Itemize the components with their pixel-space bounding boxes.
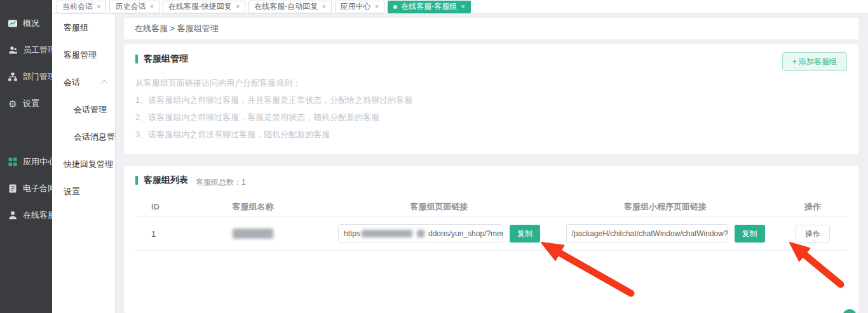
app-window: 概况 员工管理 部门管理 ⚙ 设置 应用中心	[0, 0, 868, 313]
tab-service-group[interactable]: 在线客服-客服组 ×	[388, 1, 470, 13]
tab-label: 在线客服-快捷回复	[168, 1, 232, 12]
rule-line: 3、该客服组内之前没有聊过客服，随机分配新的客服	[135, 126, 847, 143]
tab-label: 历史会话	[115, 1, 146, 12]
tab-current-session[interactable]: 当前会话 ×	[57, 1, 106, 13]
column-header-page-link: 客服组页面链接	[326, 201, 552, 213]
apps-grid-icon	[8, 157, 18, 167]
employee-icon	[8, 45, 18, 55]
sidebar-item-overview[interactable]: 概况	[0, 10, 52, 37]
section-title-row: 客服组列表	[135, 175, 188, 186]
sidebar-spacer	[0, 117, 52, 149]
submenu-item-session[interactable]: 会话	[52, 69, 115, 96]
redacted-group-name	[233, 229, 273, 239]
column-header-action: 操作	[778, 201, 847, 213]
org-tree-icon	[8, 72, 18, 82]
tab-label: 应用中心	[341, 1, 371, 12]
submenu-item-settings[interactable]: 设置	[52, 178, 115, 205]
sidebar-item-label: 在线客服	[23, 210, 56, 221]
section-marker-bar	[135, 176, 138, 185]
close-icon[interactable]: ×	[97, 3, 100, 10]
submenu-item-session-manage[interactable]: 会话管理	[52, 96, 115, 123]
cell-mini-link: /packageH/chitchat/chatWindow/chatWindow…	[552, 224, 778, 243]
column-header-id: ID	[135, 202, 180, 211]
rules-title: 从客服组页面链接访问的用户分配客服规则：	[135, 74, 847, 91]
submenu-item-service-manage[interactable]: 客服管理	[52, 41, 115, 69]
group-total-count: 客服组总数：1	[196, 177, 246, 188]
content-row: 客服组 客服管理 会话 会话管理 会话消息管理 快捷回复管理	[52, 14, 868, 313]
tab-bar: 当前会话 × 历史会话 × 在线客服-快捷回复 × 在线客服-自动回复 × 应用…	[52, 0, 868, 14]
tab-label: 当前会话	[62, 1, 93, 12]
sidebar-item-e-contract[interactable]: 电子合同	[0, 175, 52, 202]
sidebar-item-label: 部门管理	[23, 71, 56, 83]
sidebar-item-online-service[interactable]: 在线客服	[0, 202, 52, 229]
right-column: 当前会话 × 历史会话 × 在线客服-快捷回复 × 在线客服-自动回复 × 应用…	[52, 0, 868, 313]
section-title: 客服组列表	[144, 175, 188, 186]
section-title-row: 客服组管理	[135, 53, 847, 65]
close-icon[interactable]: ×	[322, 3, 325, 10]
row-action-button[interactable]: 操作	[796, 225, 830, 243]
section-marker-bar	[135, 55, 138, 63]
submenu-item-session-message-manage[interactable]: 会话消息管理	[52, 123, 115, 150]
submenu-item-service-group[interactable]: 客服组	[52, 14, 115, 41]
sidebar-item-label: 概况	[23, 18, 39, 29]
cell-page-link: https ddons/yun_shop/?menu 复制	[326, 224, 552, 243]
submenu-item-quick-reply-manage[interactable]: 快捷回复管理	[52, 150, 115, 178]
contract-document-icon	[8, 183, 18, 194]
active-dot-icon	[393, 5, 397, 9]
column-header-mini-link: 客服组小程序页面链接	[552, 201, 778, 213]
service-group-table: ID 客服组名称 客服组页面链接 客服组小程序页面链接 操作 1	[135, 197, 847, 251]
submenu-label: 会话	[64, 77, 80, 88]
redacted-domain	[362, 230, 412, 237]
service-group-manage-card: 客服组管理 + 添加客服组 从客服组页面链接访问的用户分配客服规则： 1、该客服…	[124, 44, 858, 154]
close-icon[interactable]: ×	[461, 3, 465, 10]
dashboard-chart-icon	[8, 18, 18, 29]
sidebar-item-employees[interactable]: 员工管理	[0, 37, 52, 63]
section-title: 客服组管理	[144, 53, 188, 65]
sidebar-item-label: 设置	[23, 98, 39, 109]
main-content: 在线客服 > 客服组管理 客服组管理 + 添加客服组 从客服组页面链接访问的用户…	[116, 14, 868, 313]
copy-page-link-button[interactable]: 复制	[510, 225, 540, 243]
close-icon[interactable]: ×	[375, 3, 379, 10]
submenu-label: 会话管理	[74, 104, 107, 116]
copy-mini-link-button[interactable]: 复制	[735, 225, 765, 243]
tab-label: 在线客服-客服组	[401, 1, 457, 12]
add-service-group-button[interactable]: + 添加客服组	[782, 52, 847, 71]
tab-auto-reply[interactable]: 在线客服-自动回复 ×	[248, 1, 331, 13]
sidebar-item-app-center[interactable]: 应用中心	[0, 149, 52, 175]
cell-action: 操作	[778, 225, 847, 243]
page-link-input[interactable]: https ddons/yun_shop/?menu	[338, 224, 503, 243]
close-icon[interactable]: ×	[236, 3, 240, 10]
link-suffix-text: ddons/yun_shop/?menu	[428, 225, 503, 243]
sidebar-item-label: 员工管理	[23, 44, 56, 56]
cell-group-name	[180, 229, 326, 239]
close-icon[interactable]: ×	[149, 3, 153, 10]
list-header-row: 客服组列表 客服组总数：1	[135, 175, 847, 188]
mini-program-link-input[interactable]: /packageH/chitchat/chatWindow/chatWindow…	[566, 224, 728, 243]
cell-id: 1	[135, 229, 180, 239]
gear-icon: ⚙	[8, 98, 18, 109]
submenu-label: 客服组	[64, 22, 88, 34]
mini-link-text: /packageH/chitchat/chatWindow/chatWindow…	[572, 225, 728, 243]
service-group-list-card: 客服组列表 客服组总数：1 ID 客服组名称 客服组页面链接 客服组小程序页面链…	[124, 166, 858, 313]
sidebar-item-label: 电子合同	[23, 183, 56, 194]
sidebar-item-label: 应用中心	[23, 156, 56, 168]
table-header-row: ID 客服组名称 客服组页面链接 客服组小程序页面链接 操作	[135, 197, 847, 217]
sidebar-item-departments[interactable]: 部门管理	[0, 63, 52, 90]
tab-history-session[interactable]: 历史会话 ×	[109, 1, 159, 13]
submenu-label: 客服管理	[64, 50, 97, 61]
column-header-name: 客服组名称	[180, 201, 326, 213]
chevron-up-icon	[101, 80, 107, 86]
redacted-path	[417, 230, 424, 237]
sidebar-item-settings[interactable]: ⚙ 设置	[0, 90, 52, 117]
service-person-icon	[8, 210, 18, 220]
assign-rules: 从客服组页面链接访问的用户分配客服规则： 1、该客服组内之前聊过客服，并且客服是…	[135, 74, 847, 143]
tab-label: 在线客服-自动回复	[254, 1, 318, 12]
rule-line: 1、该客服组内之前聊过客服，并且客服是正常状态，分配给之前聊过的客服	[135, 91, 847, 109]
rule-line: 2、该客服组内之前聊过客服，客服是禁用状态，随机分配新的客服	[135, 109, 847, 126]
breadcrumb: 在线客服 > 客服组管理	[124, 18, 858, 39]
tab-quick-reply[interactable]: 在线客服-快捷回复 ×	[163, 1, 245, 13]
main-sidebar: 概况 员工管理 部门管理 ⚙ 设置 应用中心	[0, 0, 52, 313]
tab-app-center[interactable]: 应用中心 ×	[335, 1, 384, 13]
table-row: 1 https ddons/yun_shop/?menu	[135, 217, 847, 251]
submenu-label: 设置	[64, 186, 80, 197]
